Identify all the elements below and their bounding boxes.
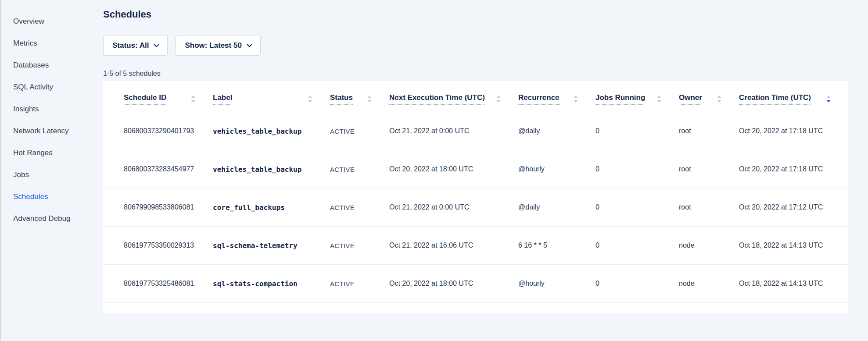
next-execution-cell: Oct 21, 2022 at 16:06 UTC [389,227,518,265]
owner-cell: node [679,227,739,265]
schedule-id-cell: 806800373283454977 [103,150,213,188]
window-left-edge [0,0,1,341]
schedule-label-cell: vehicles_table_backup [213,112,330,150]
results-count: 1-5 of 5 schedules [103,70,848,78]
main-content: Schedules Status: All Show: Latest 50 1-… [103,0,868,341]
owner-cell: root [679,188,739,227]
sidebar-item-network-latency[interactable]: Network Latency [13,120,99,142]
schedule-row: 806197753350029313 sql-schema-telemetry … [103,227,848,265]
schedule-label-cell: sql-schema-telemetry [213,227,330,265]
sidebar-item-jobs[interactable]: Jobs [13,164,99,186]
creation-time-cell: Oct 20, 2022 at 17:18 UTC [739,112,848,150]
owner-cell: node [679,265,739,303]
next-execution-cell: Oct 21, 2022 at 0:00 UTC [389,112,518,150]
creation-time-cell: Oct 20, 2022 at 17:18 UTC [739,150,848,188]
owner-cell: root [679,150,739,188]
sidebar-item-insights[interactable]: Insights [13,98,99,120]
schedule-id-cell: 806197753350029313 [103,227,213,265]
sidebar-item-sql-activity[interactable]: SQL Activity [13,76,99,98]
schedule-row: 806197753325486081 sql-stats-compaction … [103,265,848,303]
sort-arrows-icon [657,96,661,103]
sort-arrows-icon [717,96,721,103]
schedule-row: 806800373290401793 vehicles_table_backup… [103,112,848,150]
schedule-status-cell: ACTIVE [330,265,389,303]
jobs-running-cell: 0 [595,227,679,265]
sort-arrows-icon [826,96,831,103]
schedule-id-cell: 806800373290401793 [103,112,213,150]
chevron-down-icon [154,42,160,47]
sort-arrows-icon [308,96,312,103]
column-header-next-execution[interactable]: Next Execution Time (UTC) [389,81,518,112]
filters-bar: Status: All Show: Latest 50 [103,35,848,56]
schedule-row: 806800373283454977 vehicles_table_backup… [103,150,848,188]
schedule-label-cell: vehicles_table_backup [213,150,330,188]
column-header-recurrence[interactable]: Recurrence [518,81,595,112]
column-header-jobs-running[interactable]: Jobs Running [595,81,679,112]
sidebar-item-databases[interactable]: Databases [13,54,99,76]
sort-arrows-icon [367,96,372,103]
sort-arrows-icon [574,96,578,103]
jobs-running-cell: 0 [595,265,679,303]
chevron-down-icon [247,42,252,47]
column-header-label[interactable]: Label [213,81,330,112]
next-execution-cell: Oct 21, 2022 at 0:00 UTC [389,188,518,227]
sort-arrows-icon [191,96,195,103]
schedule-label-cell: core_full_backups [213,188,330,227]
sidebar-item-schedules[interactable]: Schedules [13,186,99,208]
next-execution-cell: Oct 20, 2022 at 18:00 UTC [389,150,518,188]
schedule-status-cell: ACTIVE [330,150,389,188]
show-filter-dropdown[interactable]: Show: Latest 50 [176,35,260,56]
recurrence-cell: @daily [518,112,595,150]
show-filter-label: Show: Latest 50 [185,41,241,50]
next-execution-cell: Oct 20, 2022 at 18:00 UTC [389,265,518,303]
schedule-status-cell: ACTIVE [330,227,389,265]
recurrence-cell: 6 16 * * 5 [518,227,595,265]
sidebar-item-advanced-debug[interactable]: Advanced Debug [13,208,99,230]
owner-cell: root [679,112,739,150]
jobs-running-cell: 0 [595,150,679,188]
schedule-status-cell: ACTIVE [330,188,389,227]
creation-time-cell: Oct 18, 2022 at 14:13 UTC [739,265,848,303]
recurrence-cell: @daily [518,188,595,227]
schedule-id-cell: 806197753325486081 [103,265,213,303]
creation-time-cell: Oct 20, 2022 at 17:12 UTC [739,188,848,227]
schedule-table-body: 806800373290401793 vehicles_table_backup… [103,112,848,303]
sidebar: Overview Metrics Databases SQL Activity … [0,0,103,341]
column-header-owner[interactable]: Owner [679,81,739,112]
creation-time-cell: Oct 18, 2022 at 14:13 UTC [739,227,848,265]
recurrence-cell: @hourly [518,150,595,188]
schedule-row: 806799098533806081 core_full_backups ACT… [103,188,848,227]
schedule-id-cell: 806799098533806081 [103,188,213,227]
schedule-status-cell: ACTIVE [330,112,389,150]
sidebar-item-hot-ranges[interactable]: Hot Ranges [13,142,99,164]
schedule-label-cell: sql-stats-compaction [213,265,330,303]
schedules-table-card: Schedule ID Label Status Next Execution … [103,81,848,313]
jobs-running-cell: 0 [595,112,679,150]
recurrence-cell: @hourly [518,265,595,303]
page-title: Schedules [103,9,848,20]
schedules-table: Schedule ID Label Status Next Execution … [103,81,848,303]
column-header-schedule-id[interactable]: Schedule ID [103,81,213,112]
table-header-row: Schedule ID Label Status Next Execution … [103,81,848,112]
column-header-creation-time[interactable]: Creation Time (UTC) [739,81,848,112]
column-header-status[interactable]: Status [330,81,389,112]
sidebar-item-metrics[interactable]: Metrics [13,32,99,54]
sort-arrows-icon [496,96,501,103]
sidebar-item-overview[interactable]: Overview [13,11,99,32]
status-filter-dropdown[interactable]: Status: All [103,35,168,56]
jobs-running-cell: 0 [595,188,679,227]
status-filter-label: Status: All [112,41,149,50]
